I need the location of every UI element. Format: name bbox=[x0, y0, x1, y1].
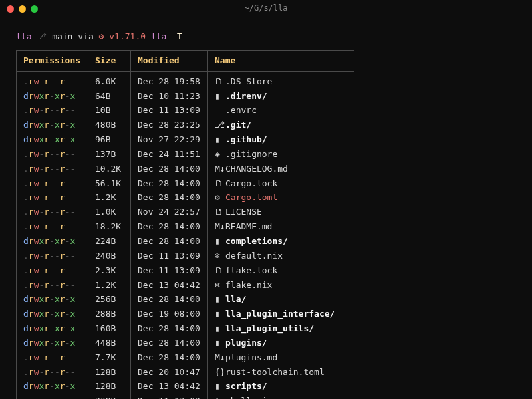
cell-permissions: drwxr-xr-x bbox=[17, 292, 88, 307]
table-header-row: Permissions Size Modified Name bbox=[17, 50, 354, 71]
cell-modified: Dec 10 11:23 bbox=[131, 89, 208, 104]
cell-size: 240B bbox=[88, 249, 131, 263]
file-name: lla_plugin_utils/ bbox=[225, 323, 314, 333]
cell-modified: Dec 28 14:00 bbox=[131, 162, 208, 176]
cell-modified: Dec 28 14:00 bbox=[131, 190, 208, 205]
close-icon[interactable] bbox=[7, 5, 14, 13]
md-icon: M↓ bbox=[215, 352, 225, 364]
cell-size: 128B bbox=[88, 379, 131, 394]
file-name: README.md bbox=[225, 221, 272, 231]
minimize-icon[interactable] bbox=[19, 5, 26, 13]
cell-name: ❄flake.nix bbox=[208, 278, 354, 293]
cell-name: ▮completions/ bbox=[208, 234, 354, 249]
cell-size: 256B bbox=[88, 292, 131, 307]
cell-permissions: drwxr-xr-x bbox=[17, 307, 88, 321]
cell-modified: Dec 11 13:09 bbox=[131, 263, 208, 278]
file-name: CHANGELOG.md bbox=[225, 164, 288, 174]
cell-modified: Dec 13 04:42 bbox=[131, 379, 208, 394]
cell-size: 288B bbox=[88, 307, 131, 321]
cell-permissions: .rw-r--r-- bbox=[17, 71, 88, 88]
cell-name: ▮lla/ bbox=[208, 292, 354, 307]
file-name: flake.nix bbox=[225, 280, 272, 290]
cell-size: 1.2K bbox=[88, 190, 131, 205]
cell-permissions: .rw-r--r-- bbox=[17, 263, 88, 278]
file-icon: 🗋 bbox=[215, 178, 225, 190]
table-row: .rw-r--r--18.2KDec 28 14:00M↓README.md bbox=[17, 219, 354, 234]
traffic-lights bbox=[7, 5, 38, 13]
file-name: scripts/ bbox=[225, 381, 267, 391]
cell-name: ◈.gitignore bbox=[208, 147, 354, 162]
table-row: .rw-r--r--1.0KNov 24 22:57🗋LICENSE bbox=[17, 205, 354, 219]
folder-icon: ▮ bbox=[215, 323, 225, 335]
nix-icon: ❄ bbox=[215, 395, 225, 399]
cell-name: ▮.direnv/ bbox=[208, 89, 354, 104]
rust-icon: ⚙ bbox=[215, 192, 225, 204]
table-row: drwxr-xr-x64BDec 10 11:23▮.direnv/ bbox=[17, 89, 354, 104]
folder-icon: ▮ bbox=[215, 337, 225, 350]
window-titlebar: ~/G/s/lla bbox=[0, 0, 532, 17]
table-row: .rw-r--r--10.2KDec 28 14:00M↓CHANGELOG.m… bbox=[17, 162, 354, 176]
cell-size: 224B bbox=[88, 234, 131, 249]
col-name: Name bbox=[208, 50, 354, 71]
cell-name: M↓plugins.md bbox=[208, 350, 354, 365]
file-name: plugins.md bbox=[225, 352, 277, 362]
cell-size: 137B bbox=[88, 147, 131, 162]
cell-name: .envrc bbox=[208, 103, 354, 118]
cell-name: ▮lla_plugin_interface/ bbox=[208, 307, 354, 321]
cell-permissions: .rw-r--r-- bbox=[17, 103, 88, 118]
table-row: drwxr-xr-x96BNov 27 22:29▮.github/ bbox=[17, 132, 354, 147]
cell-name: ⎇.git/ bbox=[208, 118, 354, 132]
cell-permissions: drwxr-xr-x bbox=[17, 321, 88, 336]
cell-size: 448B bbox=[88, 336, 131, 350]
cell-name: ▮scripts/ bbox=[208, 379, 354, 394]
table-row: drwxr-xr-x480BDec 28 23:25⎇.git/ bbox=[17, 118, 354, 132]
cell-size: 6.0K bbox=[88, 71, 131, 88]
typed-flag: -T bbox=[172, 31, 182, 41]
cell-permissions: drwxr-xr-x bbox=[17, 89, 88, 104]
rust-version: v1.71.0 bbox=[109, 31, 146, 41]
cell-permissions: .rw-r--r-- bbox=[17, 147, 88, 162]
cell-name: ⚙Cargo.toml bbox=[208, 190, 354, 205]
typed-cmd: lla bbox=[151, 31, 166, 41]
cell-name: ▮.github/ bbox=[208, 132, 354, 147]
cell-name: ❄default.nix bbox=[208, 249, 354, 263]
cell-permissions: .rw-r--r-- bbox=[17, 394, 88, 399]
file-name: .github/ bbox=[225, 134, 267, 144]
cell-permissions: .rw-r--r-- bbox=[17, 249, 88, 263]
git-icon: ⎇ bbox=[215, 119, 225, 132]
cell-permissions: .rw-r--r-- bbox=[17, 219, 88, 234]
table-row: .rw-r--r--1.2KDec 28 14:00⚙Cargo.toml bbox=[17, 190, 354, 205]
file-name: plugins/ bbox=[225, 338, 267, 348]
table-row: drwxr-xr-x224BDec 28 14:00▮completions/ bbox=[17, 234, 354, 249]
cell-modified: Dec 28 14:00 bbox=[131, 234, 208, 249]
folder-icon: ▮ bbox=[215, 308, 225, 321]
zoom-icon[interactable] bbox=[31, 5, 38, 13]
cell-name: 🗋flake.lock bbox=[208, 263, 354, 278]
cell-permissions: .rw-r--r-- bbox=[17, 176, 88, 191]
cell-size: 56.1K bbox=[88, 176, 131, 191]
shell-prompt: lla ⎇ main via ⚙ v1.71.0 lla -T bbox=[16, 31, 516, 43]
table-row: drwxr-xr-x256BDec 28 14:00▮lla/ bbox=[17, 292, 354, 307]
table-row: drwxr-xr-x160BDec 28 14:00▮lla_plugin_ut… bbox=[17, 321, 354, 336]
file-name: .git/ bbox=[225, 120, 251, 130]
file-icon: 🗋 bbox=[215, 76, 225, 88]
gitign-icon: ◈ bbox=[215, 148, 225, 161]
nix-icon: ❄ bbox=[215, 279, 225, 292]
cell-name: {}rust-toolchain.toml bbox=[208, 365, 354, 380]
terminal-body[interactable]: lla ⎇ main via ⚙ v1.71.0 lla -T Permissi… bbox=[0, 17, 532, 399]
file-name: .direnv/ bbox=[225, 91, 267, 101]
cell-size: 96B bbox=[88, 132, 131, 147]
cell-modified: Dec 28 14:00 bbox=[131, 350, 208, 365]
file-name: .DS_Store bbox=[225, 76, 272, 86]
cell-permissions: drwxr-xr-x bbox=[17, 234, 88, 249]
cell-modified: Nov 27 22:29 bbox=[131, 132, 208, 147]
table-row: drwxr-xr-x128BDec 13 04:42▮scripts/ bbox=[17, 379, 354, 394]
table-row: .rw-r--r--128BDec 20 10:47{}rust-toolcha… bbox=[17, 365, 354, 380]
cell-permissions: .rw-r--r-- bbox=[17, 278, 88, 293]
table-row: .rw-r--r--240BDec 11 13:09❄default.nix bbox=[17, 249, 354, 263]
cell-size: 10B bbox=[88, 103, 131, 118]
nix-icon: ❄ bbox=[215, 250, 225, 263]
cell-permissions: drwxr-xr-x bbox=[17, 132, 88, 147]
cell-permissions: drwxr-xr-x bbox=[17, 379, 88, 394]
folder-icon: ▮ bbox=[215, 90, 225, 103]
